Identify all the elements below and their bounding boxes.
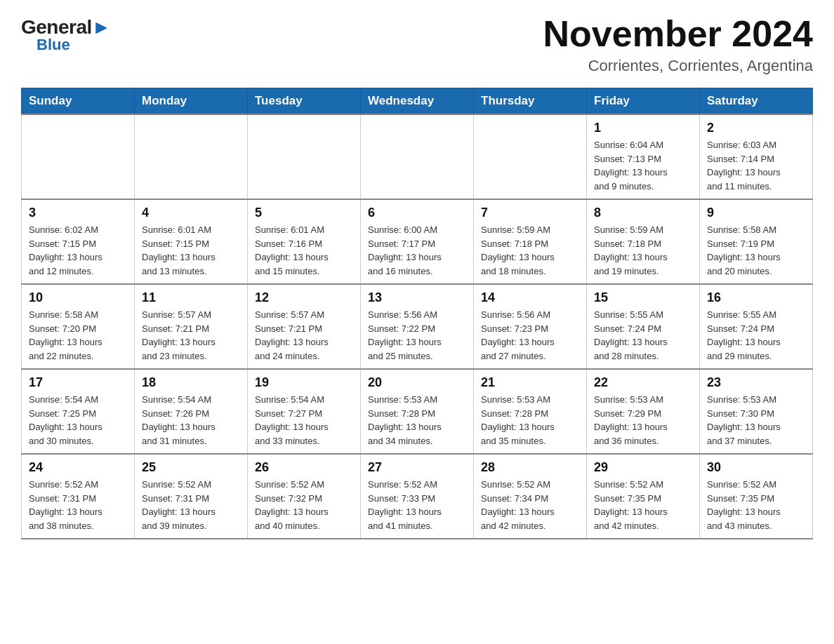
day-number: 9 <box>707 206 805 220</box>
day-info: Sunrise: 6:00 AM Sunset: 7:17 PM Dayligh… <box>368 223 466 278</box>
day-number: 26 <box>255 460 353 475</box>
calendar-cell-week1-day2 <box>135 114 248 199</box>
title-block: November 2024 Corrientes, Corrientes, Ar… <box>543 14 813 75</box>
calendar-cell-week3-day5: 14Sunrise: 5:56 AM Sunset: 7:23 PM Dayli… <box>474 284 587 369</box>
day-info: Sunrise: 5:57 AM Sunset: 7:21 PM Dayligh… <box>142 308 240 363</box>
day-info: Sunrise: 5:54 AM Sunset: 7:27 PM Dayligh… <box>255 393 353 448</box>
calendar-header-row: SundayMondayTuesdayWednesdayThursdayFrid… <box>22 88 813 115</box>
day-info: Sunrise: 5:52 AM Sunset: 7:32 PM Dayligh… <box>255 478 353 532</box>
calendar-cell-week5-day4: 27Sunrise: 5:52 AM Sunset: 7:33 PM Dayli… <box>361 454 474 539</box>
calendar-cell-week5-day5: 28Sunrise: 5:52 AM Sunset: 7:34 PM Dayli… <box>474 454 587 539</box>
day-info: Sunrise: 6:01 AM Sunset: 7:15 PM Dayligh… <box>142 223 240 278</box>
calendar-title: November 2024 <box>543 14 813 54</box>
calendar-cell-week2-day3: 5Sunrise: 6:01 AM Sunset: 7:16 PM Daylig… <box>248 199 361 284</box>
day-info: Sunrise: 5:59 AM Sunset: 7:18 PM Dayligh… <box>594 223 692 278</box>
day-info: Sunrise: 5:56 AM Sunset: 7:22 PM Dayligh… <box>368 308 466 363</box>
day-info: Sunrise: 5:54 AM Sunset: 7:26 PM Dayligh… <box>142 393 240 448</box>
calendar-cell-week3-day1: 10Sunrise: 5:58 AM Sunset: 7:20 PM Dayli… <box>22 284 135 369</box>
day-number: 3 <box>29 206 127 220</box>
day-info: Sunrise: 5:58 AM Sunset: 7:20 PM Dayligh… <box>29 308 127 363</box>
day-info: Sunrise: 6:01 AM Sunset: 7:16 PM Dayligh… <box>255 223 353 278</box>
calendar-cell-week5-day2: 25Sunrise: 5:52 AM Sunset: 7:31 PM Dayli… <box>135 454 248 539</box>
day-number: 14 <box>481 290 579 305</box>
calendar-cell-week1-day7: 2Sunrise: 6:03 AM Sunset: 7:14 PM Daylig… <box>700 114 813 199</box>
calendar-cell-week3-day3: 12Sunrise: 5:57 AM Sunset: 7:21 PM Dayli… <box>248 284 361 369</box>
day-info: Sunrise: 6:04 AM Sunset: 7:13 PM Dayligh… <box>594 138 692 193</box>
calendar-cell-week3-day6: 15Sunrise: 5:55 AM Sunset: 7:24 PM Dayli… <box>587 284 700 369</box>
day-info: Sunrise: 5:55 AM Sunset: 7:24 PM Dayligh… <box>594 308 692 363</box>
page-header: General► Blue November 2024 Corrientes, … <box>21 14 813 75</box>
day-number: 15 <box>594 290 692 305</box>
day-number: 13 <box>368 290 466 305</box>
calendar-cell-week1-day3 <box>248 114 361 199</box>
calendar-cell-week4-day7: 23Sunrise: 5:53 AM Sunset: 7:30 PM Dayli… <box>700 369 813 454</box>
day-info: Sunrise: 5:53 AM Sunset: 7:28 PM Dayligh… <box>481 393 579 448</box>
calendar-cell-week4-day6: 22Sunrise: 5:53 AM Sunset: 7:29 PM Dayli… <box>587 369 700 454</box>
calendar-week-2: 3Sunrise: 6:02 AM Sunset: 7:15 PM Daylig… <box>22 199 813 284</box>
day-number: 11 <box>142 290 240 305</box>
day-info: Sunrise: 5:52 AM Sunset: 7:33 PM Dayligh… <box>368 478 466 532</box>
day-info: Sunrise: 5:53 AM Sunset: 7:28 PM Dayligh… <box>368 393 466 448</box>
day-number: 27 <box>368 460 466 475</box>
day-info: Sunrise: 6:02 AM Sunset: 7:15 PM Dayligh… <box>29 223 127 278</box>
calendar-week-3: 10Sunrise: 5:58 AM Sunset: 7:20 PM Dayli… <box>22 284 813 369</box>
day-info: Sunrise: 5:56 AM Sunset: 7:23 PM Dayligh… <box>481 308 579 363</box>
day-info: Sunrise: 5:52 AM Sunset: 7:34 PM Dayligh… <box>481 478 579 532</box>
weekday-header-friday: Friday <box>587 88 700 115</box>
calendar-cell-week5-day1: 24Sunrise: 5:52 AM Sunset: 7:31 PM Dayli… <box>22 454 135 539</box>
day-info: Sunrise: 5:52 AM Sunset: 7:35 PM Dayligh… <box>594 478 692 532</box>
logo: General► Blue <box>21 14 111 53</box>
day-number: 10 <box>29 290 127 305</box>
day-number: 17 <box>29 375 127 390</box>
day-number: 24 <box>29 460 127 475</box>
day-number: 21 <box>481 375 579 390</box>
weekday-header-thursday: Thursday <box>474 88 587 115</box>
calendar-cell-week2-day4: 6Sunrise: 6:00 AM Sunset: 7:17 PM Daylig… <box>361 199 474 284</box>
day-info: Sunrise: 5:55 AM Sunset: 7:24 PM Dayligh… <box>707 308 805 363</box>
day-info: Sunrise: 5:53 AM Sunset: 7:29 PM Dayligh… <box>594 393 692 448</box>
calendar-cell-week3-day7: 16Sunrise: 5:55 AM Sunset: 7:24 PM Dayli… <box>700 284 813 369</box>
weekday-header-tuesday: Tuesday <box>248 88 361 115</box>
day-number: 2 <box>707 121 805 135</box>
day-number: 16 <box>707 290 805 305</box>
day-info: Sunrise: 5:52 AM Sunset: 7:31 PM Dayligh… <box>142 478 240 532</box>
calendar-cell-week4-day2: 18Sunrise: 5:54 AM Sunset: 7:26 PM Dayli… <box>135 369 248 454</box>
day-info: Sunrise: 5:59 AM Sunset: 7:18 PM Dayligh… <box>481 223 579 278</box>
day-number: 30 <box>707 460 805 475</box>
calendar-week-1: 1Sunrise: 6:04 AM Sunset: 7:13 PM Daylig… <box>22 114 813 199</box>
calendar-cell-week3-day2: 11Sunrise: 5:57 AM Sunset: 7:21 PM Dayli… <box>135 284 248 369</box>
day-number: 29 <box>594 460 692 475</box>
calendar-cell-week1-day4 <box>361 114 474 199</box>
calendar-cell-week5-day7: 30Sunrise: 5:52 AM Sunset: 7:35 PM Dayli… <box>700 454 813 539</box>
weekday-header-saturday: Saturday <box>700 88 813 115</box>
day-number: 1 <box>594 121 692 135</box>
calendar-cell-week2-day1: 3Sunrise: 6:02 AM Sunset: 7:15 PM Daylig… <box>22 199 135 284</box>
day-info: Sunrise: 5:58 AM Sunset: 7:19 PM Dayligh… <box>707 223 805 278</box>
day-number: 28 <box>481 460 579 475</box>
weekday-header-wednesday: Wednesday <box>361 88 474 115</box>
calendar-cell-week4-day5: 21Sunrise: 5:53 AM Sunset: 7:28 PM Dayli… <box>474 369 587 454</box>
calendar-cell-week1-day1 <box>22 114 135 199</box>
day-number: 25 <box>142 460 240 475</box>
day-number: 19 <box>255 375 353 390</box>
calendar-cell-week2-day2: 4Sunrise: 6:01 AM Sunset: 7:15 PM Daylig… <box>135 199 248 284</box>
day-number: 7 <box>481 206 579 220</box>
day-number: 20 <box>368 375 466 390</box>
logo-blue-text: Blue <box>37 36 70 53</box>
calendar-cell-week2-day5: 7Sunrise: 5:59 AM Sunset: 7:18 PM Daylig… <box>474 199 587 284</box>
day-number: 22 <box>594 375 692 390</box>
day-number: 23 <box>707 375 805 390</box>
calendar-cell-week4-day1: 17Sunrise: 5:54 AM Sunset: 7:25 PM Dayli… <box>22 369 135 454</box>
calendar-week-5: 24Sunrise: 5:52 AM Sunset: 7:31 PM Dayli… <box>22 454 813 539</box>
calendar-cell-week1-day6: 1Sunrise: 6:04 AM Sunset: 7:13 PM Daylig… <box>587 114 700 199</box>
calendar-cell-week2-day6: 8Sunrise: 5:59 AM Sunset: 7:18 PM Daylig… <box>587 199 700 284</box>
day-info: Sunrise: 5:53 AM Sunset: 7:30 PM Dayligh… <box>707 393 805 448</box>
day-info: Sunrise: 5:52 AM Sunset: 7:31 PM Dayligh… <box>29 478 127 532</box>
calendar-table: SundayMondayTuesdayWednesdayThursdayFrid… <box>21 88 813 539</box>
day-number: 18 <box>142 375 240 390</box>
weekday-header-sunday: Sunday <box>22 88 135 115</box>
day-number: 5 <box>255 206 353 220</box>
calendar-cell-week5-day3: 26Sunrise: 5:52 AM Sunset: 7:32 PM Dayli… <box>248 454 361 539</box>
day-info: Sunrise: 6:03 AM Sunset: 7:14 PM Dayligh… <box>707 138 805 193</box>
logo-general-text: General► <box>21 18 111 37</box>
